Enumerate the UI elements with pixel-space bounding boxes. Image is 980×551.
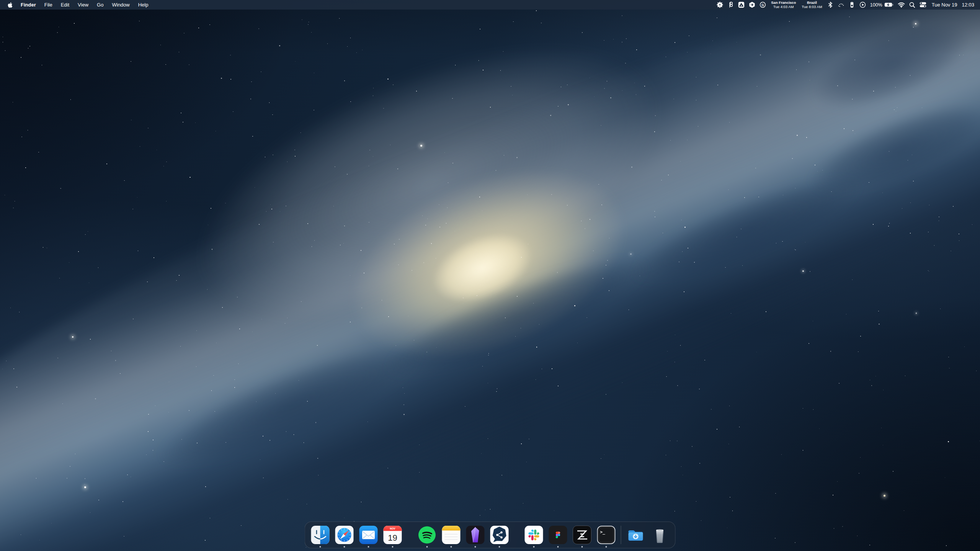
- dock-item-mail[interactable]: [359, 525, 378, 544]
- dock-spacer: [407, 533, 413, 536]
- dust-lane: [777, 0, 980, 142]
- desktop[interactable]: Finder File Edit View Go Window Help: [0, 0, 980, 551]
- finder-icon: [311, 525, 330, 544]
- menu-edit[interactable]: Edit: [57, 0, 74, 10]
- running-indicator: [344, 546, 345, 548]
- app-menu-finder[interactable]: Finder: [16, 0, 40, 10]
- dock-item-slack[interactable]: [524, 525, 544, 544]
- status-g-circle[interactable]: G: [760, 2, 766, 8]
- status-iphone-mirroring[interactable]: [849, 2, 855, 8]
- status-now-playing[interactable]: [859, 2, 866, 8]
- send-bubble-icon: [749, 2, 755, 8]
- world-clock-time: Tue 8:03 AM: [802, 5, 822, 9]
- starfield: [0, 0, 980, 551]
- world-clock-san-francisco[interactable]: San Francisco Tue 4:03 AM: [770, 1, 797, 9]
- menu-bar-time: 12:03: [962, 2, 974, 8]
- dock-item-downloads[interactable]: [626, 525, 645, 544]
- status-figma[interactable]: [727, 2, 734, 8]
- dock-separator: [621, 526, 621, 544]
- bluetooth-icon: [827, 2, 833, 8]
- obsidian-icon: [466, 525, 485, 544]
- trash-icon: [650, 525, 670, 544]
- dock: NOV 19: [305, 522, 676, 548]
- dust-lane: [773, 70, 980, 229]
- menu-window[interactable]: Window: [108, 0, 134, 10]
- dust-lane: [588, 138, 905, 322]
- running-indicator: [499, 546, 500, 548]
- menu-bar-clock[interactable]: Tue Nov 19 12:03: [932, 2, 974, 8]
- galaxy-core: [408, 208, 557, 328]
- svg-text:G: G: [761, 3, 764, 7]
- world-clock-city: San Francisco: [771, 1, 796, 5]
- terminal-icon: >_: [597, 525, 616, 544]
- now-playing-icon: [859, 2, 866, 8]
- galaxy-core-glow: [286, 102, 690, 426]
- dock-item-notes[interactable]: [442, 525, 461, 544]
- menu-go[interactable]: Go: [93, 0, 108, 10]
- control-center-icon: [920, 2, 926, 8]
- world-clock-time: Tue 4:03 AM: [773, 5, 794, 9]
- wallpaper-sky: [0, 0, 980, 551]
- galaxy-band: [0, 0, 980, 551]
- svg-text:19: 19: [388, 533, 397, 543]
- zed-icon: [573, 525, 592, 544]
- dust-lane: [109, 301, 473, 511]
- figma-icon: [549, 525, 568, 544]
- share-bubble-app-icon: [490, 525, 509, 544]
- safari-icon: [335, 525, 354, 544]
- menu-file[interactable]: File: [40, 0, 57, 10]
- dock-item-finder[interactable]: [311, 525, 330, 544]
- status-send-bubble[interactable]: [749, 2, 755, 8]
- dock-item-terminal[interactable]: >_: [597, 525, 616, 544]
- battery-charging-icon: [884, 2, 893, 7]
- menu-help[interactable]: Help: [134, 0, 153, 10]
- running-indicator: [368, 546, 369, 548]
- dock-item-calendar[interactable]: NOV 19: [383, 525, 402, 544]
- dock-spacer: [514, 533, 519, 536]
- calendar-icon: NOV 19: [383, 525, 402, 544]
- dock-item-spotify[interactable]: [418, 525, 437, 544]
- figma-icon: [727, 2, 734, 8]
- downloads-folder-icon: [626, 525, 645, 544]
- menu-bar-date: Tue Nov 19: [932, 2, 957, 8]
- dots-icon: [838, 2, 844, 8]
- dock-item-obsidian[interactable]: [466, 525, 485, 544]
- svg-text:>_: >_: [600, 530, 606, 535]
- status-bluetooth[interactable]: [827, 2, 833, 8]
- menu-bar-left: Finder File Edit View Go Window Help: [5, 0, 152, 10]
- menu-bar-status: G San Francisco Tue 4:03 AM Brazil Tue 8…: [717, 1, 974, 9]
- running-indicator: [533, 546, 535, 548]
- dock-item-zed[interactable]: [573, 525, 592, 544]
- status-spotlight[interactable]: [909, 2, 915, 8]
- spotlight-search-icon: [909, 2, 915, 8]
- spotify-icon: [418, 525, 437, 544]
- running-indicator: [451, 546, 452, 548]
- dock-item-safari[interactable]: [335, 525, 354, 544]
- svg-text:NOV: NOV: [390, 527, 395, 530]
- status-control-center[interactable]: [920, 2, 926, 8]
- world-clock-city: Brazil: [807, 1, 817, 5]
- status-flower[interactable]: [717, 2, 723, 8]
- galaxy-haze: [73, 0, 785, 441]
- dock-item-figma[interactable]: [549, 525, 568, 544]
- apple-menu[interactable]: [5, 2, 16, 8]
- running-indicator: [606, 546, 607, 548]
- status-wifi[interactable]: [898, 2, 905, 8]
- dock-item-share-app[interactable]: [490, 525, 509, 544]
- running-indicator: [581, 546, 583, 548]
- dock-item-trash[interactable]: [650, 525, 670, 544]
- slack-icon: [524, 525, 544, 544]
- dust-lane: [336, 215, 698, 421]
- status-triangle-app[interactable]: [738, 2, 745, 8]
- battery-status[interactable]: 100%: [870, 2, 893, 8]
- mail-icon: [359, 525, 378, 544]
- menu-view[interactable]: View: [74, 0, 93, 10]
- running-indicator: [557, 546, 559, 548]
- world-clock-brazil[interactable]: Brazil Tue 8:03 AM: [801, 1, 823, 9]
- menu-bar: Finder File Edit View Go Window Help: [0, 0, 980, 10]
- running-indicator: [320, 546, 321, 548]
- status-dots[interactable]: [838, 2, 844, 8]
- triangle-app-icon: [738, 2, 745, 8]
- running-indicator: [426, 546, 428, 548]
- flower-icon: [717, 2, 723, 8]
